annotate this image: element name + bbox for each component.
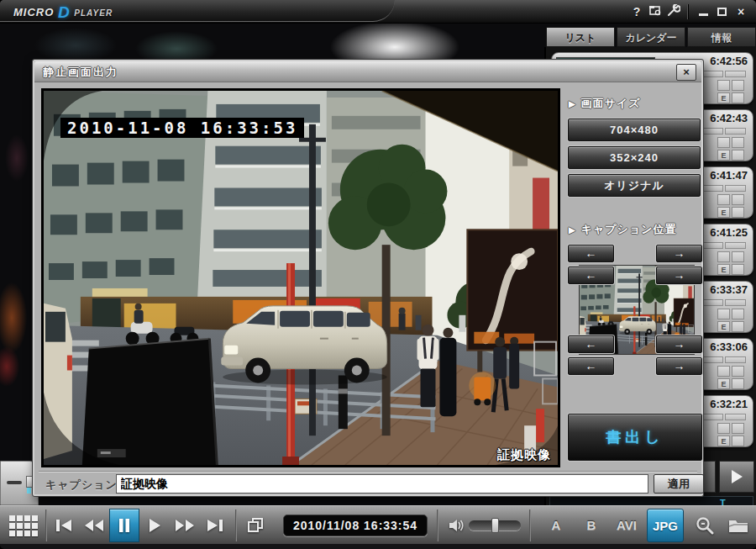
list-play-button[interactable] [719,461,754,493]
caption-position-header: ▶キャプション位置 [569,222,700,237]
rewind-button[interactable] [79,509,109,542]
play-icon [148,518,161,533]
cell-button[interactable] [717,423,730,434]
help-icon[interactable]: ? [628,4,645,19]
skip-start-button[interactable] [49,509,79,542]
bar-button[interactable] [725,356,746,363]
export-e-button[interactable]: E [717,92,730,103]
cell-button[interactable] [732,309,744,319]
caption-pos-top-right-arrow[interactable]: → [656,245,702,262]
caption-label: キャプション [45,478,118,493]
size-original-button[interactable]: オリジナル [568,174,701,197]
video-caption-overlay: 証拠映像 [497,447,551,463]
bar-button[interactable] [702,128,723,135]
format-a-button[interactable]: A [539,509,573,542]
bar-button[interactable] [725,299,746,306]
cell-button[interactable] [732,137,744,148]
fast-forward-icon [175,519,195,532]
skip-end-button[interactable] [200,509,230,542]
caption-pos-lower-left-arrow[interactable]: ← [568,335,614,353]
cell-button[interactable] [717,194,730,205]
cell-button[interactable] [717,366,730,377]
export-e-button[interactable]: E [717,207,730,218]
bar-button[interactable] [725,71,746,77]
caption-pos-upper-left-arrow[interactable]: ← [568,267,614,284]
export-e-button[interactable]: E [717,436,730,446]
caption-pos-upper-right-arrow[interactable]: → [656,267,702,284]
export-e-button[interactable]: E [717,378,730,389]
cell-button[interactable] [717,309,730,319]
fast-forward-button[interactable] [170,509,200,542]
zoom-out-icon[interactable] [7,481,22,484]
dialog-close-button[interactable]: × [676,64,696,81]
format-avi-button[interactable]: AVI [610,509,643,542]
bar-button[interactable] [702,71,723,77]
close-icon[interactable]: × [732,4,749,19]
list-item-buttons: E [717,251,744,275]
search-button[interactable] [689,509,721,542]
list-item-time: 6:33:06 [710,340,748,353]
caption-pos-lower-right-arrow[interactable]: → [656,335,702,353]
cell-button[interactable] [732,321,744,332]
cell-button[interactable] [732,436,744,446]
cell-button[interactable] [717,251,730,262]
tab-info[interactable]: 情報 [687,27,756,47]
bar-button[interactable] [725,128,746,135]
cascade-windows-button[interactable] [240,509,270,542]
capture-window-icon[interactable] [647,4,664,19]
bar-button[interactable] [702,299,723,306]
bar-button[interactable] [702,414,723,420]
export-e-button[interactable]: E [717,150,730,161]
bar-button[interactable] [702,185,723,192]
caption-input[interactable] [116,474,648,494]
cell-button[interactable] [732,194,744,205]
cell-button[interactable] [732,92,744,103]
control-separator [437,509,438,541]
cell-button[interactable] [732,423,744,434]
format-jpg-button[interactable]: JPG [647,509,684,542]
multi-screen-grid-icon[interactable] [5,511,42,540]
size-704x480-button[interactable]: 704×480 [568,119,701,141]
skip-start-icon [55,519,73,532]
tab-calendar[interactable]: カレンダー [617,27,685,47]
minimize-icon[interactable] [696,4,712,19]
cell-button[interactable] [717,80,730,91]
export-e-button[interactable]: E [717,321,730,332]
bar-button[interactable] [725,185,746,192]
bar-button[interactable] [725,242,746,249]
bar-button[interactable] [702,242,723,249]
tab-list[interactable]: リスト [546,27,615,47]
play-button[interactable] [139,509,170,542]
list-item-bars [702,71,746,77]
list-item-time: 6:42:56 [710,55,748,67]
cell-button[interactable] [717,137,730,148]
list-item-bars [702,299,746,306]
cell-button[interactable] [732,80,744,91]
app-logo: MICRO D PLAYER [13,3,113,22]
caption-pos-top-left-arrow[interactable]: ← [568,245,614,262]
cell-button[interactable] [732,264,744,275]
section-marker-icon: ▶ [569,225,576,235]
cell-button[interactable] [732,150,744,161]
list-item-bars [702,356,746,363]
bar-button[interactable] [702,356,723,363]
cell-button[interactable] [732,207,744,218]
caption-pos-bottom-right-arrow[interactable]: → [656,357,702,375]
export-button[interactable]: 書出し [568,414,702,461]
dialog-title-bar[interactable]: 静止画面出力 × [34,61,701,82]
open-folder-button[interactable] [722,509,754,542]
caption-pos-bottom-left-arrow[interactable]: ← [568,357,614,375]
volume-slider[interactable] [469,520,521,531]
cell-button[interactable] [732,251,744,262]
volume-slider-handle[interactable] [491,518,499,533]
format-b-button[interactable]: B [575,509,608,542]
apply-button[interactable]: 適用 [654,474,704,494]
cell-button[interactable] [732,366,744,377]
bar-button[interactable] [725,414,746,420]
export-e-button[interactable]: E [717,264,730,275]
cell-button[interactable] [732,378,744,389]
pause-button[interactable] [109,509,139,542]
maximize-icon[interactable] [714,4,731,19]
size-352x240-button[interactable]: 352×240 [568,146,701,169]
tools-icon[interactable] [665,4,682,19]
